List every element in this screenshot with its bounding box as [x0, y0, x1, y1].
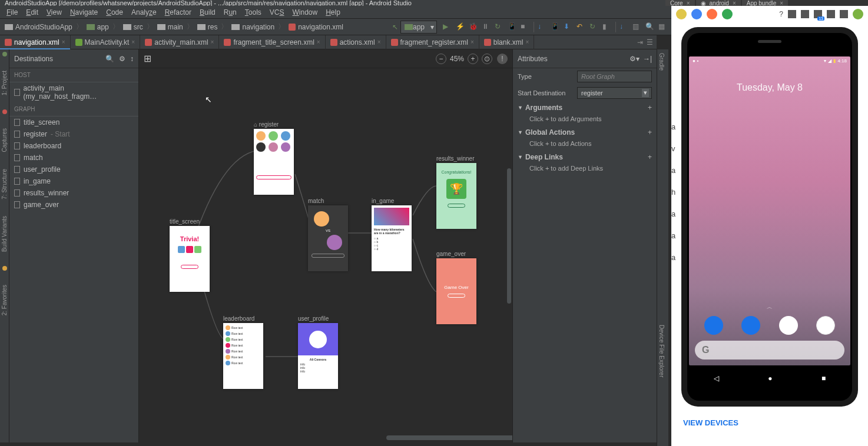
dest-item[interactable]: in_game [9, 175, 138, 187]
menu-build[interactable]: Build [196, 7, 220, 18]
tool-icon[interactable]: ↓ [619, 22, 629, 32]
play-store-icon[interactable] [779, 316, 798, 335]
menu-window[interactable]: Window [288, 7, 322, 18]
sync-icon[interactable]: ↓ [538, 22, 547, 32]
dest-item[interactable]: game_over [9, 199, 138, 211]
crumb[interactable]: app [85, 23, 110, 31]
close-icon[interactable]: × [131, 39, 135, 45]
build-variants-tab[interactable]: Build Variants [1, 214, 8, 254]
crumb[interactable]: main [156, 23, 184, 31]
home-button[interactable]: ● [768, 374, 772, 382]
bg-tab[interactable]: Core× [665, 0, 695, 6]
captures-tab[interactable]: Captures [1, 126, 8, 155]
project-tab[interactable]: 1: Project [1, 68, 8, 98]
google-search-bar[interactable]: G [695, 341, 844, 360]
file-tab[interactable]: MainActivity.kt× [71, 35, 141, 49]
gear-icon[interactable]: ⚙ [119, 55, 125, 63]
tool-icon[interactable]: ▥ [632, 22, 642, 32]
dest-item[interactable]: title_screen [9, 117, 138, 128]
toolbar-icon[interactable] [840, 10, 848, 18]
add-icon[interactable]: + [648, 104, 652, 112]
dest-item[interactable]: match [9, 152, 138, 164]
menu-tools[interactable]: Tools [241, 7, 266, 18]
close-icon[interactable]: × [687, 0, 690, 6]
toolbar-icon[interactable] [788, 10, 796, 18]
stop-icon[interactable]: ■ [521, 22, 530, 32]
nav-node-register[interactable]: ⌂ register [254, 121, 294, 195]
crumb[interactable]: src [122, 23, 144, 31]
dest-item[interactable]: register - Start [9, 128, 138, 140]
host-item[interactable]: activity_main (my_nav_host_fragm… [9, 82, 138, 102]
phone-app-icon[interactable] [704, 316, 723, 335]
search-icon[interactable]: 🔍 [645, 22, 655, 32]
undo-icon[interactable]: ↶ [577, 22, 586, 32]
close-icon[interactable]: × [733, 0, 736, 6]
favorites-icon[interactable] [2, 266, 7, 271]
add-icon[interactable]: + [648, 128, 652, 137]
type-value[interactable]: Root Graph [577, 71, 652, 82]
profiler-icon[interactable]: ⏸ [482, 22, 491, 32]
back-button[interactable]: ◁ [714, 374, 719, 382]
nav-node-match[interactable]: match VS [308, 198, 348, 271]
file-tab[interactable]: actions.xml× [326, 35, 386, 49]
gear-icon[interactable]: ⚙▾ [630, 55, 640, 63]
app-icon[interactable] [707, 9, 717, 19]
menu-code[interactable]: Code [102, 7, 127, 18]
menu-refactor[interactable]: Refactor [161, 7, 196, 18]
chrome-app-icon[interactable] [816, 316, 835, 335]
help-icon[interactable]: ? [779, 10, 783, 18]
crumb[interactable]: res [196, 23, 219, 31]
menu-file[interactable]: File [2, 7, 22, 18]
menu-vcs[interactable]: VCS [266, 7, 289, 18]
app-icon[interactable] [722, 9, 733, 19]
phone-screen[interactable]: ●▪ ▾◢▮4:18 Tuesday, May 8 ︿ G [689, 56, 850, 365]
crumb[interactable]: navigation.xml [287, 23, 344, 31]
warnings-icon[interactable]: ! [497, 54, 508, 64]
tool-icon[interactable]: ▮ [602, 22, 612, 32]
nav-node-in-game[interactable]: in_game How many kilometers are in a mar… [372, 198, 412, 271]
zoom-out-icon[interactable]: − [436, 54, 446, 64]
run-icon[interactable]: ▶ [443, 22, 452, 32]
nav-node-game-over[interactable]: game_over Game Over [436, 251, 476, 324]
nav-node-user-profile[interactable]: user_profile Ali Connors infoinfoinfo [298, 315, 338, 389]
nav-node-title-screen[interactable]: title_screen Trivia! [170, 218, 210, 292]
nav-node-results-winner[interactable]: results_winner Congratulations! 🏆 [436, 155, 476, 229]
collapse-icon[interactable]: →| [643, 55, 652, 63]
tool-icon[interactable]: ▦ [658, 22, 668, 32]
menu-help[interactable]: Help [322, 7, 344, 18]
menu-edit[interactable]: Edit [22, 7, 42, 18]
bg-tab[interactable]: ◉ android× [696, 0, 741, 6]
menu-navigate[interactable]: Navigate [66, 7, 102, 18]
structure-tab[interactable]: 7: Structure [1, 167, 8, 202]
zoom-fit-icon[interactable]: ⊙ [482, 54, 492, 64]
arguments-section[interactable]: ▼ Arguments + [513, 101, 657, 114]
canvas-viewport[interactable]: ↖ ⌂ register [139, 68, 512, 442]
vertical-scrollbar[interactable] [507, 168, 511, 304]
file-tab[interactable]: activity_main.xml× [140, 35, 219, 49]
app-drawer-handle[interactable]: ︿ [695, 303, 844, 311]
close-icon[interactable]: × [211, 39, 214, 45]
captures-tab-icon[interactable] [2, 109, 7, 114]
horizontal-scrollbar[interactable] [386, 435, 512, 440]
coverage-icon[interactable]: ↻ [495, 22, 504, 32]
split-icon[interactable]: ⇥ [637, 38, 643, 46]
menu-view[interactable]: View [42, 7, 66, 18]
favorites-tab[interactable]: 2: Favorites [1, 282, 8, 318]
dest-item[interactable]: leaderboard [9, 140, 138, 152]
search-icon[interactable]: 🔍 [105, 55, 114, 63]
apply-changes-icon[interactable]: ⚡ [456, 22, 465, 32]
menu-icon[interactable]: ☰ [647, 38, 653, 46]
close-icon[interactable]: × [62, 39, 65, 45]
redo-icon[interactable]: ↻ [589, 22, 599, 32]
sdk-icon[interactable]: ⬇ [564, 22, 573, 32]
avatar[interactable] [853, 9, 863, 19]
toolbar-icon[interactable] [801, 10, 809, 18]
new-destination-icon[interactable]: ⊞ [144, 53, 151, 64]
nav-node-leaderboard[interactable]: leaderboard Row text Row text Row text R… [223, 315, 263, 389]
crumb[interactable]: AndroidStudioApp [4, 23, 74, 31]
file-tab[interactable]: blank.xml× [479, 35, 535, 49]
close-icon[interactable]: × [317, 39, 320, 45]
view-devices-link[interactable]: VIEW DEVICES [676, 418, 863, 427]
toolbar-icon[interactable]: 13 [814, 10, 822, 18]
recents-button[interactable]: ■ [821, 374, 826, 382]
